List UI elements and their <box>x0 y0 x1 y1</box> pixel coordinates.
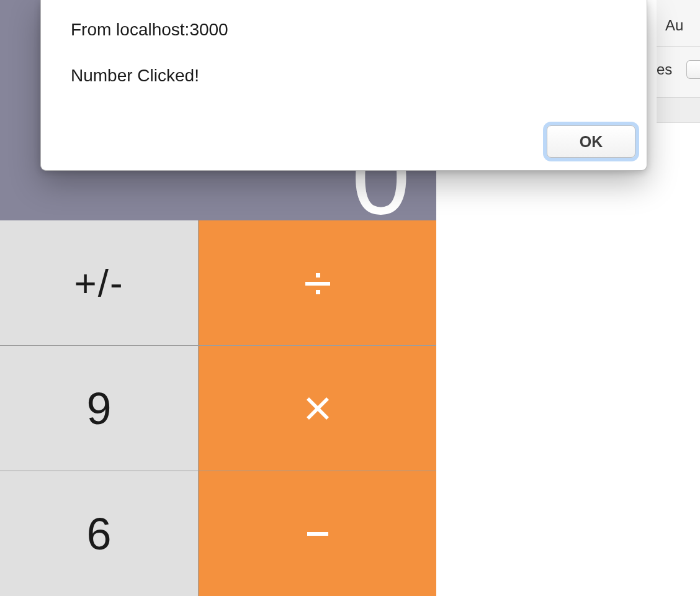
alert-origin: From localhost:3000 <box>71 20 617 40</box>
multiply-button[interactable] <box>199 346 436 471</box>
devtools-tab-partial-text[interactable]: Au <box>665 17 683 34</box>
alert-ok-button[interactable]: OK <box>547 125 635 158</box>
alert-message: Number Clicked! <box>71 66 617 86</box>
digit-9-button[interactable]: 9 <box>0 346 199 471</box>
devtools-toolbar-fragment: es <box>657 47 700 98</box>
keypad-row: 6 <box>0 471 436 596</box>
keypad-row: 9 <box>0 346 436 471</box>
minus-icon <box>307 532 328 536</box>
calculator-keypad: +/- 9 6 <box>0 220 436 596</box>
devtools-toggle-fragment[interactable] <box>686 60 700 79</box>
digit-label: 6 <box>86 508 111 559</box>
divide-icon <box>305 271 330 296</box>
digit-label: 9 <box>86 383 111 434</box>
javascript-alert-dialog: From localhost:3000 Number Clicked! OK <box>40 0 647 171</box>
sign-label: +/- <box>74 261 123 305</box>
minus-button[interactable] <box>199 471 436 596</box>
devtools-subbar-fragment <box>657 98 700 123</box>
alert-footer: OK <box>547 125 635 158</box>
multiply-icon <box>304 395 331 422</box>
devtools-toolbar-partial-text: es <box>657 61 672 78</box>
sign-toggle-button[interactable]: +/- <box>0 220 199 346</box>
keypad-row: +/- <box>0 220 436 346</box>
devtools-tabbar-fragment: Au <box>657 0 700 47</box>
digit-6-button[interactable]: 6 <box>0 471 199 596</box>
divide-button[interactable] <box>199 220 436 346</box>
